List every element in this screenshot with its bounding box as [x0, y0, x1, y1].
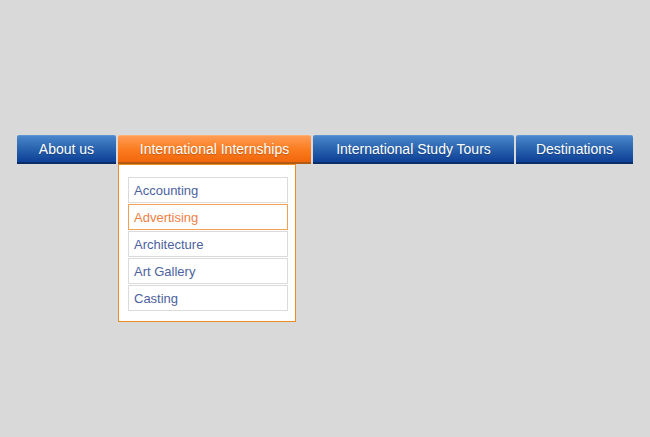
nav-item-destinations[interactable]: Destinations — [516, 135, 633, 164]
nav-item-international-internships[interactable]: International Internships — [118, 135, 311, 164]
dropdown-item-architecture[interactable]: Architecture — [128, 231, 288, 257]
dropdown-item-accounting[interactable]: Accounting — [128, 177, 288, 203]
nav-item-about-us[interactable]: About us — [17, 135, 116, 164]
main-navigation-bar: About us International Internships Inter… — [17, 135, 633, 164]
internships-dropdown-menu: Accounting Advertising Architecture Art … — [118, 164, 296, 322]
dropdown-item-casting[interactable]: Casting — [128, 285, 288, 311]
dropdown-item-art-gallery[interactable]: Art Gallery — [128, 258, 288, 284]
dropdown-item-advertising[interactable]: Advertising — [128, 204, 288, 230]
nav-item-international-study-tours[interactable]: International Study Tours — [313, 135, 514, 164]
